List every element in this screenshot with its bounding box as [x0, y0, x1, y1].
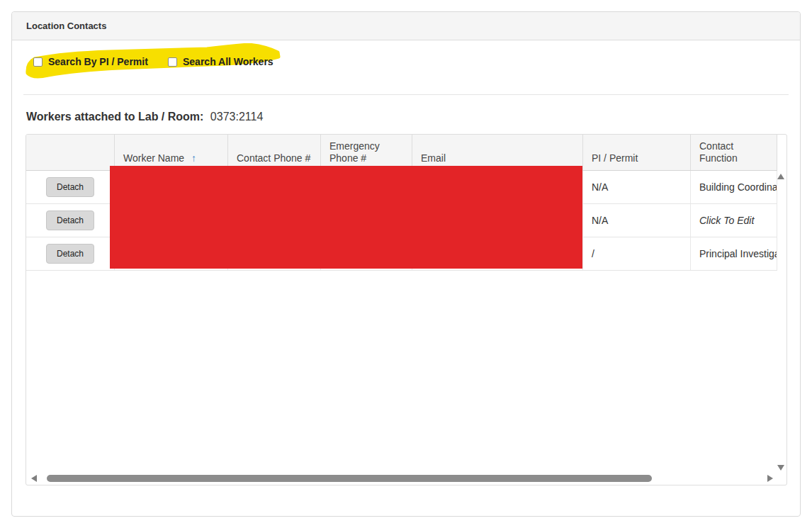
detach-button[interactable]: Detach	[46, 177, 94, 197]
contact-function-cell[interactable]: Principal Investigator	[691, 237, 777, 270]
horizontal-scrollbar[interactable]	[26, 474, 777, 483]
detach-button[interactable]: Detach	[46, 210, 94, 230]
detach-button[interactable]: Detach	[46, 244, 94, 264]
panel-body: Search By PI / Permit Search All Workers…	[12, 40, 800, 516]
column-header-actions	[26, 135, 115, 170]
location-contacts-panel: Location Contacts Search By PI / Permit …	[11, 11, 801, 517]
search-all-workers-label: Search All Workers	[183, 56, 274, 67]
redaction-overlay	[110, 166, 582, 269]
vertical-scroll-up-icon[interactable]	[777, 174, 784, 179]
search-all-workers-option[interactable]: Search All Workers	[168, 56, 274, 67]
contact-function-cell[interactable]: Building Coordinator	[691, 171, 777, 203]
section-divider	[23, 94, 789, 95]
panel-header: Location Contacts	[12, 12, 800, 40]
horizontal-scroll-left-icon[interactable]	[31, 475, 37, 482]
actions-cell: Detach	[26, 204, 115, 237]
column-header-pi-permit[interactable]: PI / Permit	[583, 135, 691, 170]
column-header-email[interactable]: Email	[412, 135, 583, 170]
lab-room-value: 0373:2114	[210, 111, 263, 123]
worker-name-header-label: Worker Name	[123, 152, 184, 164]
pi-permit-cell: N/A	[583, 204, 691, 237]
column-header-worker-name[interactable]: Worker Name ↑	[115, 135, 228, 170]
horizontal-scrollbar-thumb[interactable]	[47, 475, 652, 482]
search-by-pi-permit-checkbox[interactable]	[33, 57, 43, 67]
search-by-pi-permit-option[interactable]: Search By PI / Permit	[33, 56, 148, 67]
panel-title: Location Contacts	[26, 21, 106, 31]
workers-table: Worker Name ↑ Contact Phone # Emergency …	[26, 134, 787, 485]
column-header-emergency-phone[interactable]: Emergency Phone #	[321, 135, 412, 170]
column-header-contact-phone[interactable]: Contact Phone #	[228, 135, 321, 170]
column-header-contact-function[interactable]: Contact Function	[691, 135, 777, 170]
section-heading: Workers attached to Lab / Room: 0373:211…	[26, 111, 800, 123]
search-all-workers-checkbox[interactable]	[168, 57, 177, 67]
pi-permit-cell: N/A	[583, 171, 691, 203]
section-heading-label: Workers attached to Lab / Room:	[26, 111, 203, 123]
search-by-pi-permit-label: Search By PI / Permit	[48, 56, 148, 67]
sort-ascending-icon: ↑	[191, 152, 196, 164]
contact-function-cell-click-to-edit[interactable]: Click To Edit	[691, 204, 777, 237]
actions-cell: Detach	[26, 171, 115, 203]
horizontal-scroll-right-icon[interactable]	[767, 475, 773, 482]
actions-cell: Detach	[26, 237, 115, 270]
vertical-scroll-down-icon[interactable]	[777, 465, 784, 471]
search-options-row: Search By PI / Permit Search All Workers	[12, 40, 800, 94]
pi-permit-cell: /	[583, 237, 691, 270]
